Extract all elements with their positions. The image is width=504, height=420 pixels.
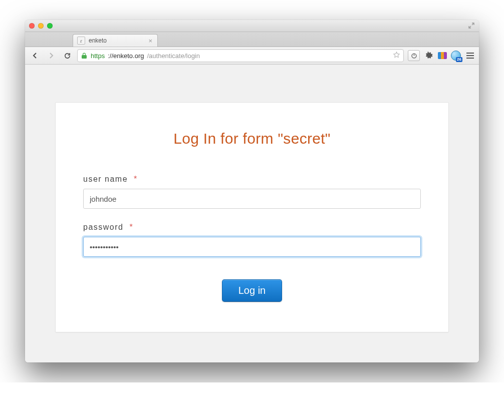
page-title: Log In for form "secret" <box>83 130 421 147</box>
nav-back-button[interactable] <box>29 50 41 61</box>
tab-strip: ε enketo × <box>25 32 479 47</box>
chrome-menu-button[interactable] <box>465 51 475 61</box>
extension-button-2[interactable] <box>438 52 447 59</box>
settings-gear-icon[interactable] <box>424 51 434 61</box>
window-traffic-lights <box>29 23 53 29</box>
nav-reload-button[interactable] <box>61 50 73 61</box>
url-path: /authenticate/login <box>147 52 200 60</box>
bookmark-star-icon[interactable] <box>393 51 400 60</box>
page-viewport: Log In for form "secret" user name * pas… <box>25 65 479 362</box>
form-actions: Log in <box>83 279 421 302</box>
browser-window: ε enketo × https ://enketo.org /authenti… <box>25 20 479 362</box>
window-zoom-button[interactable] <box>47 23 53 29</box>
window-expand-icon[interactable] <box>468 22 475 29</box>
password-input[interactable] <box>83 237 421 257</box>
hamburger-icon <box>466 53 474 59</box>
password-field-group: password * <box>83 223 421 257</box>
nav-forward-button[interactable] <box>45 50 57 61</box>
login-card: Log In for form "secret" user name * pas… <box>55 102 449 332</box>
username-field-group: user name * <box>83 175 421 209</box>
login-button[interactable]: Log in <box>222 279 282 302</box>
browser-toolbar: https ://enketo.org /authenticate/login … <box>25 47 479 65</box>
username-label-text: user name <box>83 175 128 183</box>
username-label: user name * <box>83 175 421 184</box>
window-close-button[interactable] <box>29 23 35 29</box>
password-label-text: password <box>83 223 123 231</box>
window-titlebar <box>25 20 479 32</box>
address-bar[interactable]: https ://enketo.org /authenticate/login <box>77 49 404 62</box>
username-input[interactable] <box>83 189 421 209</box>
url-protocol: https <box>91 52 105 60</box>
https-lock-icon <box>81 52 88 59</box>
password-label: password * <box>83 223 421 232</box>
tab-close-button[interactable]: × <box>148 38 152 44</box>
extension-button-1[interactable] <box>408 50 420 61</box>
url-host: ://enketo.org <box>108 52 144 60</box>
window-minimize-button[interactable] <box>38 23 44 29</box>
tab-favicon-icon: ε <box>77 37 85 45</box>
required-mark-icon: * <box>134 175 138 183</box>
extension-badge-count: 26 <box>456 57 462 62</box>
tab-title: enketo <box>89 37 145 44</box>
browser-tab[interactable]: ε enketo × <box>73 34 158 47</box>
required-mark-icon: * <box>129 223 133 231</box>
extension-button-3[interactable]: 26 <box>451 51 461 61</box>
